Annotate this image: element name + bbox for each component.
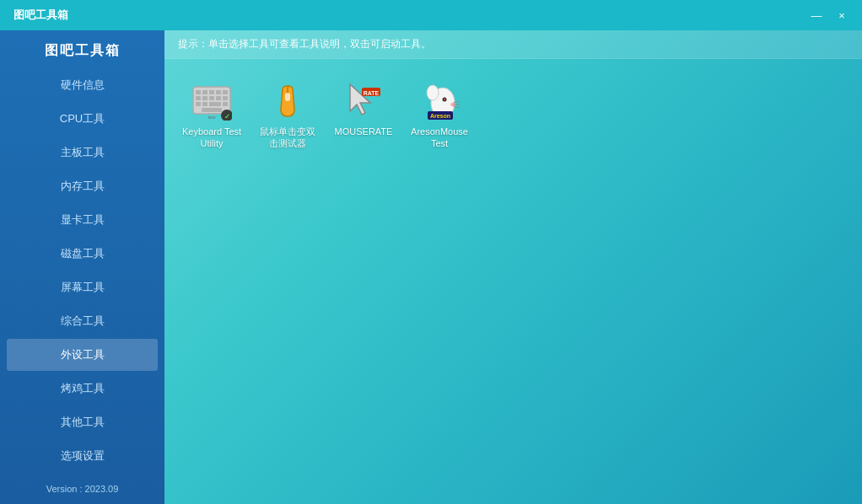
sidebar-item-screen[interactable]: 屏幕工具: [7, 271, 158, 303]
svg-rect-5: [223, 90, 228, 94]
svg-text:Areson: Areson: [430, 113, 450, 119]
sidebar-item-hardware[interactable]: 硬件信息: [7, 69, 158, 101]
svg-point-25: [427, 85, 439, 100]
svg-rect-4: [216, 90, 221, 94]
svg-rect-10: [223, 96, 228, 100]
tool-keyboard-test[interactable]: ✓ test Keyboard Test Utility: [178, 76, 245, 155]
svg-rect-20: [285, 93, 290, 101]
svg-rect-8: [209, 96, 214, 100]
mouse-double-click-icon: [267, 81, 308, 121]
svg-text:test: test: [208, 115, 216, 120]
mouserate-icon: RATE: [343, 81, 384, 121]
content-area: 提示：单击选择工具可查看工具说明，双击可启动工具。: [164, 30, 862, 504]
sidebar: 图吧工具箱 硬件信息 CPU工具 主板工具 内存工具 显卡工具 磁盘工具 屏幕工…: [0, 30, 164, 504]
svg-rect-14: [223, 102, 228, 106]
svg-rect-13: [209, 102, 221, 106]
sidebar-item-general[interactable]: 综合工具: [7, 305, 158, 337]
svg-rect-2: [202, 90, 207, 94]
sidebar-item-stress[interactable]: 烤鸡工具: [7, 373, 158, 405]
svg-rect-12: [202, 102, 207, 106]
sidebar-item-memory[interactable]: 内存工具: [7, 170, 158, 202]
mouserate-label: MOUSERATE: [335, 126, 393, 137]
tool-mouse-double-click[interactable]: 鼠标单击变双击测试器: [254, 76, 321, 155]
svg-text:RATE: RATE: [364, 90, 380, 96]
svg-rect-9: [216, 96, 221, 100]
sidebar-item-other[interactable]: 其他工具: [7, 406, 158, 438]
tool-areson-mouse[interactable]: Areson AresonMouseTest: [406, 76, 473, 155]
svg-rect-7: [202, 96, 207, 100]
sidebar-version: Version : 2023.09: [0, 474, 164, 504]
sidebar-item-motherboard[interactable]: 主板工具: [7, 137, 158, 169]
tools-grid: ✓ test Keyboard Test Utility: [164, 59, 862, 504]
svg-rect-15: [202, 108, 222, 112]
app-title: 图吧工具箱: [13, 8, 68, 23]
svg-rect-6: [196, 96, 201, 100]
keyboard-test-icon: ✓ test: [191, 81, 232, 121]
hint-bar: 提示：单击选择工具可查看工具说明，双击可启动工具。: [164, 30, 862, 59]
sidebar-item-disk[interactable]: 磁盘工具: [7, 238, 158, 270]
sidebar-item-settings[interactable]: 选项设置: [7, 440, 158, 472]
svg-text:✓: ✓: [224, 113, 230, 121]
svg-rect-1: [196, 90, 201, 94]
main-layout: 图吧工具箱 硬件信息 CPU工具 主板工具 内存工具 显卡工具 磁盘工具 屏幕工…: [0, 30, 862, 504]
svg-point-27: [444, 99, 445, 100]
svg-rect-11: [196, 102, 201, 106]
window-controls: — ×: [805, 6, 854, 24]
sidebar-item-gpu[interactable]: 显卡工具: [7, 204, 158, 236]
title-bar: 图吧工具箱 — ×: [0, 0, 862, 30]
keyboard-test-label: Keyboard Test Utility: [181, 126, 242, 150]
svg-rect-3: [209, 90, 214, 94]
sidebar-item-peripheral[interactable]: 外设工具: [7, 339, 158, 371]
mouse-double-click-label: 鼠标单击变双击测试器: [257, 126, 318, 150]
hint-text: 提示：单击选择工具可查看工具说明，双击可启动工具。: [178, 38, 431, 50]
minimize-button[interactable]: —: [805, 6, 828, 24]
close-button[interactable]: ×: [830, 6, 854, 24]
tool-mouserate[interactable]: RATE MOUSERATE: [330, 76, 397, 155]
areson-mouse-icon: Areson: [419, 81, 460, 121]
areson-mouse-label: AresonMouseTest: [409, 126, 470, 150]
sidebar-item-cpu[interactable]: CPU工具: [7, 103, 158, 135]
sidebar-title: 图吧工具箱: [0, 30, 164, 68]
